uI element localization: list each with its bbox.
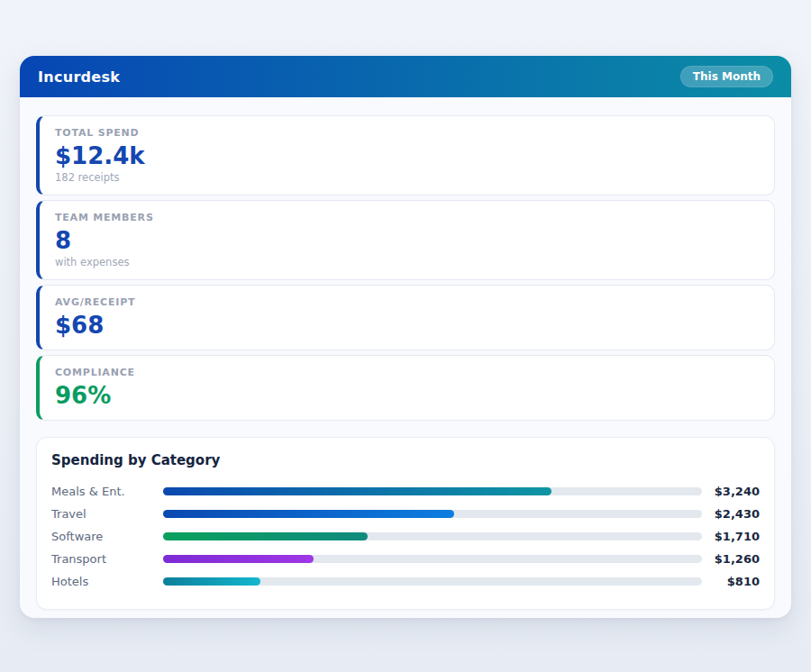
bar-fill — [163, 487, 551, 495]
bar-row-travel: Travel$2,430 — [51, 503, 760, 525]
spending-by-category-card: Spending by Category Meals & Ent.$3,240T… — [36, 437, 775, 610]
bar-row-transport: Transport$1,260 — [51, 548, 760, 570]
stat-label: TOTAL SPEND — [55, 127, 759, 139]
stat-card-compliance: COMPLIANCE96% — [36, 355, 775, 421]
section-title: Spending by Category — [51, 452, 760, 468]
stat-value: $12.4k — [55, 142, 759, 169]
category-value: $1,710 — [707, 530, 760, 543]
category-value: $810 — [707, 575, 760, 588]
stat-label: COMPLIANCE — [55, 367, 759, 378]
stat-sub: with expenses — [55, 256, 759, 268]
bar-track — [163, 487, 702, 495]
stat-card-avg-receipt: AVG/RECEIPT$68 — [36, 285, 775, 350]
app-header: Incurdesk This Month — [20, 56, 791, 97]
category-label: Meals & Ent. — [51, 485, 158, 498]
period-badge[interactable]: This Month — [680, 66, 773, 87]
category-value: $3,240 — [707, 485, 760, 498]
bar-fill — [163, 555, 314, 563]
dashboard-card: Incurdesk This Month TOTAL SPEND$12.4k18… — [20, 56, 791, 618]
stat-sub: 182 receipts — [55, 171, 759, 184]
category-value: $1,260 — [707, 552, 760, 566]
stat-card-total-spend: TOTAL SPEND$12.4k182 receipts — [36, 115, 775, 195]
stat-value: 96% — [55, 382, 759, 409]
stat-label: TEAM MEMBERS — [55, 212, 759, 223]
bar-track — [163, 532, 702, 540]
stat-card-team-members: TEAM MEMBERS8with expenses — [36, 200, 775, 280]
stat-value: 8 — [55, 227, 759, 254]
bar-track — [163, 577, 702, 586]
stats-list: TOTAL SPEND$12.4k182 receiptsTEAM MEMBER… — [20, 97, 791, 421]
bar-fill — [163, 577, 260, 586]
bar-track — [163, 510, 702, 518]
category-value: $2,430 — [707, 507, 760, 521]
bar-fill — [163, 510, 454, 518]
category-label: Travel — [51, 507, 158, 521]
category-bar-chart: Meals & Ent.$3,240Travel$2,430Software$1… — [51, 480, 760, 593]
bar-row-hotels: Hotels$810 — [51, 570, 760, 593]
category-label: Transport — [51, 552, 158, 566]
app-title: Incurdesk — [38, 68, 120, 86]
stat-value: $68 — [55, 312, 759, 339]
category-label: Software — [51, 530, 158, 543]
category-label: Hotels — [51, 575, 158, 588]
bar-row-software: Software$1,710 — [51, 525, 760, 548]
bar-fill — [163, 532, 368, 540]
bar-row-meals-ent: Meals & Ent.$3,240 — [51, 480, 760, 503]
bar-track — [163, 555, 702, 563]
stat-label: AVG/RECEIPT — [55, 296, 759, 308]
